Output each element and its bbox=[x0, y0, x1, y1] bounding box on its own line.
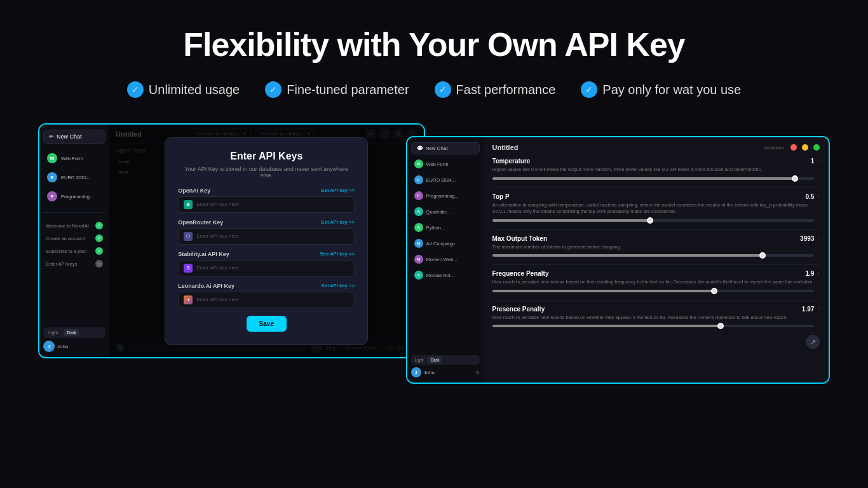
right-sidebar-quadratic[interactable]: A Quadratic... bbox=[411, 205, 480, 219]
separator-3 bbox=[492, 264, 820, 265]
avatar-euro: E bbox=[47, 172, 57, 182]
right-label-euro: EURO 2024... bbox=[426, 177, 456, 183]
field-openai-label: OpenAI Key bbox=[178, 187, 210, 194]
param-topp-value: 0.5 bbox=[805, 193, 814, 200]
field-openai-input[interactable]: ⊕ Enter API key here bbox=[178, 196, 355, 213]
slider-fill-topp bbox=[492, 219, 653, 222]
new-chat-button-right[interactable]: 💬 New Chat bbox=[411, 142, 480, 154]
right-label-programming: Programming... bbox=[426, 193, 459, 199]
right-theme-light[interactable]: Light bbox=[412, 356, 426, 363]
new-chat-button[interactable]: ✏ New Chat bbox=[43, 130, 105, 144]
param-topp-name: Top P bbox=[492, 193, 510, 200]
openrouter-icon: ⬡ bbox=[184, 232, 193, 241]
field-stability-label: Stability.ai API Key bbox=[178, 251, 229, 257]
right-user-row: J John ⚙ bbox=[411, 367, 480, 377]
feature-label-finetuned: Fine-tuned parameter bbox=[287, 83, 409, 97]
field-openrouter: OpenRouter Key Get API key >> ⬡ Enter AP… bbox=[178, 219, 355, 245]
sidebar-bottom: Light Dark J John bbox=[43, 327, 105, 352]
field-leonardo-link[interactable]: Set API key >> bbox=[321, 283, 355, 288]
param-temperature-value: 1 bbox=[811, 158, 815, 165]
field-openrouter-link[interactable]: Get API key >> bbox=[320, 219, 355, 225]
minimize-icon-right[interactable] bbox=[802, 144, 808, 151]
field-openrouter-input[interactable]: ⬡ Enter API key here bbox=[178, 228, 355, 245]
param-presencepenalty-value: 1.97 bbox=[802, 306, 814, 313]
field-stability-header: Stability.ai API Key See API key >> bbox=[178, 251, 355, 257]
right-sidebar-python[interactable]: A Python... bbox=[411, 220, 480, 234]
slider-fill-temperature bbox=[492, 177, 798, 180]
field-openrouter-header: OpenRouter Key Get API key >> bbox=[178, 219, 355, 226]
sidebar-label-apikeys: Enter API keys bbox=[46, 261, 77, 267]
field-openai-link[interactable]: Get API key >> bbox=[320, 187, 355, 193]
right-avatar-modernweb: M bbox=[414, 255, 423, 264]
slider-temperature[interactable] bbox=[492, 177, 815, 180]
right-avatar-python: A bbox=[414, 223, 423, 232]
param-presencepenalty-desc: How much to penalize new tokens based on… bbox=[492, 315, 815, 322]
slider-thumb-maxtoken bbox=[759, 252, 766, 259]
field-leonardo-header: Leonardo.Ai API Key Set API key >> bbox=[178, 283, 355, 289]
param-maxtoken-content: Max Output Token 3993 The maximum number… bbox=[492, 235, 815, 257]
param-freqpenalty-name: Frequence Penalty bbox=[492, 270, 549, 277]
modal-save-button[interactable]: Save bbox=[247, 316, 287, 332]
right-settings-icon[interactable]: ⚙ bbox=[475, 370, 480, 376]
hero-title: Flexibility with Your Own API Key bbox=[13, 25, 855, 64]
param-maxtoken-header: Max Output Token 3993 bbox=[492, 235, 815, 242]
slider-maxtoken[interactable] bbox=[492, 254, 815, 257]
field-leonardo-input[interactable]: ✦ Enter API key here bbox=[178, 292, 355, 308]
screenshot-right: 💬 New Chat W Web Form E EURO 2024... P P… bbox=[406, 136, 830, 384]
param-topp-desc: An alternative to sampling with temperat… bbox=[492, 202, 815, 215]
sidebar-label-create: Create an account bbox=[46, 236, 85, 241]
api-keys-modal: Enter API Keys Your API Key is stored in… bbox=[165, 137, 368, 345]
slider-presencepenalty[interactable] bbox=[492, 325, 815, 327]
right-user-avatar: J bbox=[411, 367, 421, 377]
right-avatar-modulenot: A bbox=[414, 271, 423, 280]
param-temperature-name: Temperature bbox=[492, 158, 531, 165]
param-temperature-content: Temperature 1 Higher values like 0.8 wil… bbox=[492, 158, 815, 180]
feature-label-fast: Fast performance bbox=[456, 83, 556, 97]
chevron-temperature: › bbox=[818, 158, 820, 163]
right-sidebar-modulenot[interactable]: A Module Not... bbox=[411, 268, 480, 282]
right-avatar-adcampaign: M bbox=[414, 239, 423, 248]
send-button-right[interactable]: ↗ bbox=[806, 335, 820, 349]
feature-label-unlimited: Unlimited usage bbox=[149, 83, 240, 97]
field-openrouter-label: OpenRouter Key bbox=[178, 219, 223, 226]
window-controls-right bbox=[790, 144, 820, 151]
param-topp: Top P 0.5 An alternative to sampling wit… bbox=[492, 193, 820, 222]
close-icon-right[interactable] bbox=[790, 144, 797, 151]
slider-thumb-topp bbox=[647, 217, 653, 224]
sidebar-label-euro: EURO 2024... bbox=[61, 175, 91, 180]
field-stability-link[interactable]: See API key >> bbox=[320, 251, 355, 257]
slider-freqpenalty[interactable] bbox=[492, 290, 815, 292]
sidebar-item-programming[interactable]: P Programming... bbox=[43, 188, 105, 205]
right-theme-toggle[interactable]: Light Dark bbox=[411, 355, 480, 365]
theme-light[interactable]: Light bbox=[45, 329, 61, 336]
field-stability-input[interactable]: S Enter API key here bbox=[178, 260, 355, 276]
right-sidebar-webform[interactable]: W Web Form bbox=[411, 157, 480, 171]
theme-toggle[interactable]: Light Dark bbox=[43, 327, 105, 338]
right-sidebar-modernweb[interactable]: M Modern Web... bbox=[411, 252, 480, 266]
modal-title: Enter API Keys bbox=[178, 151, 355, 162]
user-row: J John bbox=[43, 341, 105, 352]
feature-finetuned: ✓ Fine-tuned parameter bbox=[265, 81, 409, 98]
maximize-icon-right[interactable] bbox=[813, 144, 820, 151]
sidebar-item-webform[interactable]: W Web Form bbox=[43, 150, 105, 166]
right-sidebar-bottom: Light Dark J John ⚙ bbox=[411, 355, 480, 377]
feature-label-payonly: Pay only for wat you use bbox=[602, 83, 741, 97]
slider-topp[interactable] bbox=[492, 219, 815, 222]
sidebar-item-euro[interactable]: E EURO 2024... bbox=[43, 169, 105, 186]
openai-icon: ⊕ bbox=[184, 200, 193, 209]
param-presencepenalty-row: Presence Penalty 1.97 How much to penali… bbox=[492, 306, 820, 328]
chevron-freqpenalty: › bbox=[818, 270, 820, 276]
sidebar-label-programming: Programming... bbox=[61, 194, 93, 200]
right-theme-dark[interactable]: Dark bbox=[428, 356, 442, 363]
check-icon-finetuned: ✓ bbox=[265, 81, 281, 98]
avatar-programming: P bbox=[47, 191, 57, 201]
right-sidebar: 💬 New Chat W Web Form E EURO 2024... P P… bbox=[407, 137, 484, 383]
right-sidebar-euro[interactable]: E EURO 2024... bbox=[411, 173, 480, 187]
right-label-quadratic: Quadratic... bbox=[426, 209, 451, 215]
right-sidebar-adcampaign[interactable]: M Ad Campaign bbox=[411, 236, 480, 250]
slider-fill-freqpenalty bbox=[492, 290, 718, 292]
chevron-maxtoken: › bbox=[818, 235, 820, 241]
right-sidebar-programming[interactable]: P Programming... bbox=[411, 189, 480, 203]
screenshot-left: ✏ New Chat W Web Form E EURO 2024... P P… bbox=[38, 123, 425, 358]
theme-dark[interactable]: Dark bbox=[64, 329, 79, 336]
